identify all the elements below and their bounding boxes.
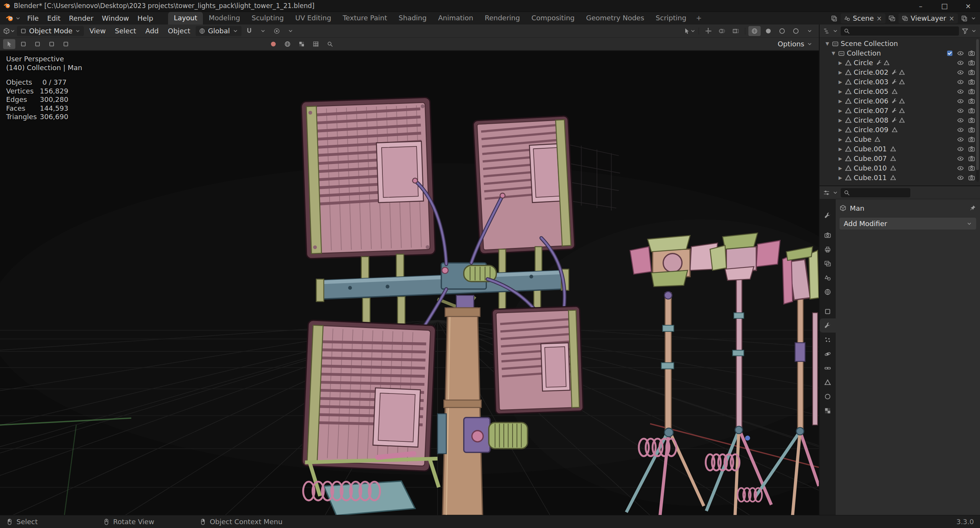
pin-icon[interactable] [969, 205, 976, 212]
viewport-canvas[interactable]: User Perspective (140) Collection | Man … [0, 51, 819, 515]
overlays-dropdown[interactable] [716, 26, 728, 36]
properties-editor-icon[interactable] [823, 189, 830, 196]
disclosure-arrow[interactable]: ▶ [836, 98, 845, 104]
tab-scene[interactable] [820, 271, 836, 285]
render-camera-icon[interactable] [968, 117, 975, 124]
render-camera-icon[interactable] [968, 88, 975, 95]
outliner-row[interactable]: ▶ Circle.009 [820, 125, 980, 134]
menu-file[interactable]: File [23, 13, 43, 23]
chevron-down-icon[interactable] [833, 190, 838, 195]
hide-eye-icon[interactable] [957, 50, 964, 57]
disclosure-arrow[interactable]: ▶ [836, 137, 845, 142]
chevron-down-icon[interactable] [971, 16, 976, 21]
render-camera-icon[interactable] [968, 50, 975, 57]
tab-shading[interactable]: Shading [393, 12, 432, 25]
outliner-row[interactable]: ▶ Cube [820, 134, 980, 144]
blender-menu-button[interactable] [4, 15, 23, 22]
outliner-row[interactable]: ▶ Cube.001 [820, 144, 980, 154]
menu-add[interactable]: Add [142, 27, 163, 35]
select-mode-new-button[interactable] [17, 39, 29, 49]
chevron-down-icon[interactable] [971, 28, 977, 34]
tab-sculpting[interactable]: Sculpting [246, 12, 289, 25]
hide-eye-icon[interactable] [957, 107, 964, 114]
hide-eye-icon[interactable] [957, 146, 964, 152]
tab-scripting[interactable]: Scripting [650, 12, 692, 25]
disclosure-arrow[interactable]: ▶ [836, 108, 845, 113]
shading-rendered-button[interactable] [790, 26, 802, 36]
render-camera-icon[interactable] [968, 174, 975, 181]
viewlayer-selector[interactable]: ViewLayer × [898, 13, 958, 23]
hide-eye-icon[interactable] [957, 155, 964, 162]
hide-eye-icon[interactable] [957, 69, 964, 76]
hide-eye-icon[interactable] [957, 165, 964, 172]
tab-render[interactable] [820, 228, 836, 242]
tab-modeling[interactable]: Modeling [203, 12, 246, 25]
editor-type-button[interactable] [3, 26, 15, 36]
outliner-editor-icon[interactable] [823, 28, 830, 34]
mode-dropdown[interactable]: Object Mode [17, 26, 84, 36]
shading-material-button[interactable] [776, 26, 788, 36]
hide-eye-icon[interactable] [957, 136, 964, 143]
tab-particles[interactable] [820, 333, 836, 347]
tab-material[interactable] [820, 389, 836, 403]
render-camera-icon[interactable] [968, 98, 975, 105]
search-option-button[interactable] [324, 39, 336, 49]
proportional-edit-dropdown[interactable] [284, 26, 297, 36]
shading-wireframe-button[interactable] [748, 26, 761, 36]
disclosure-arrow[interactable]: ▶ [836, 79, 845, 85]
shading-solid-button[interactable] [762, 26, 774, 36]
menu-help[interactable]: Help [133, 13, 157, 23]
tab-geometry-nodes[interactable]: Geometry Nodes [580, 12, 650, 25]
hide-eye-icon[interactable] [957, 98, 964, 105]
remove-viewlayer-button[interactable]: × [949, 15, 954, 22]
menu-edit[interactable]: Edit [43, 13, 65, 23]
add-modifier-button[interactable]: Add Modifier [840, 218, 976, 230]
hide-eye-icon[interactable] [957, 126, 964, 133]
outliner-search-input[interactable] [841, 26, 959, 36]
tab-constraints[interactable] [820, 361, 836, 375]
options-dropdown[interactable]: Options [774, 39, 816, 49]
hide-eye-icon[interactable] [957, 59, 964, 66]
hide-eye-icon[interactable] [957, 174, 964, 181]
render-camera-icon[interactable] [968, 69, 975, 76]
outliner-scrollbar[interactable] [976, 39, 979, 182]
disclosure-arrow[interactable]: ▶ [836, 156, 845, 161]
render-camera-icon[interactable] [968, 126, 975, 133]
shading-dropdown[interactable] [804, 26, 816, 36]
render-camera-icon[interactable] [968, 79, 975, 85]
render-camera-icon[interactable] [968, 155, 975, 162]
outliner-row[interactable]: ▶ Circle.003 [820, 77, 980, 87]
menu-window[interactable]: Window [98, 13, 133, 23]
hide-eye-icon[interactable] [957, 117, 964, 124]
add-workspace-button[interactable]: + [692, 12, 706, 25]
outliner-row[interactable]: ▶ Circle.008 [820, 115, 980, 125]
proportional-edit-toggle[interactable] [271, 26, 283, 36]
scene-selector[interactable]: Scene × [841, 13, 885, 23]
close-button[interactable]: × [956, 0, 980, 11]
disclosure-arrow[interactable]: ▶ [836, 166, 845, 171]
outliner-row-collection[interactable]: ▼ Collection [820, 48, 980, 58]
disclosure-arrow[interactable]: ▶ [836, 60, 845, 66]
tab-texture[interactable] [820, 403, 836, 418]
preview-sphere-button[interactable] [281, 39, 294, 49]
maximize-button[interactable]: □ [933, 0, 956, 11]
render-camera-icon[interactable] [968, 136, 975, 143]
chevron-down-icon[interactable] [833, 28, 838, 34]
tab-object[interactable] [820, 304, 836, 318]
new-viewlayer-icon[interactable] [961, 15, 968, 22]
disclosure-arrow[interactable]: ▼ [829, 51, 838, 56]
tab-world[interactable] [820, 285, 836, 299]
outliner-row[interactable]: ▶ Circle.006 [820, 96, 980, 106]
render-camera-icon[interactable] [968, 146, 975, 152]
active-tool-select-box[interactable] [3, 39, 15, 49]
disclosure-arrow[interactable]: ▶ [836, 146, 845, 152]
menu-select[interactable]: Select [111, 27, 140, 35]
tab-compositing[interactable]: Compositing [526, 12, 580, 25]
disclosure-arrow[interactable]: ▶ [836, 127, 845, 133]
grid-option-button[interactable] [310, 39, 322, 49]
viewlayer-list-icon[interactable] [889, 15, 895, 22]
disclosure-arrow[interactable]: ▶ [836, 118, 845, 123]
hide-eye-icon[interactable] [957, 79, 964, 85]
properties-search-input[interactable] [841, 188, 910, 197]
tab-view-layer[interactable] [820, 256, 836, 271]
